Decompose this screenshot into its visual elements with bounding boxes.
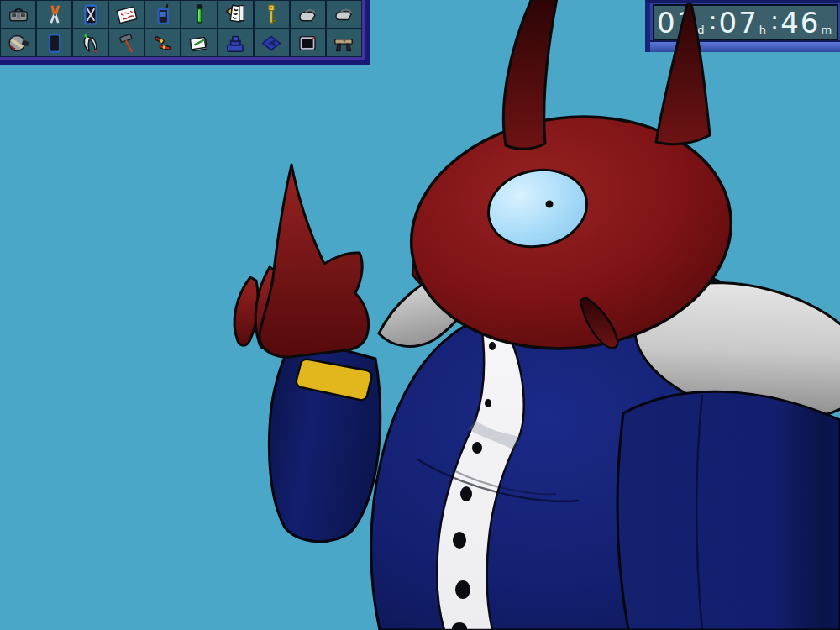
timer-bezel bbox=[650, 40, 840, 52]
bug-character bbox=[0, 0, 840, 630]
head bbox=[398, 99, 745, 367]
toolbar-slot-walkie-talkie[interactable] bbox=[144, 0, 181, 29]
left-tusk bbox=[412, 265, 438, 297]
left-horn bbox=[503, 0, 557, 149]
walkie-talkie-icon bbox=[148, 3, 178, 27]
green-vial-icon bbox=[184, 3, 214, 27]
notepad-pen-icon bbox=[184, 31, 214, 55]
toolbar-slot-tape-dispenser[interactable] bbox=[290, 0, 326, 29]
toolbar-slot-flare-sticks[interactable] bbox=[144, 29, 181, 57]
toolbar-slot-strapped-pouch[interactable] bbox=[72, 0, 108, 29]
hammer-icon bbox=[112, 31, 142, 55]
claw-finger-outer bbox=[234, 277, 258, 345]
stacked-boxes-icon bbox=[220, 31, 250, 55]
scribbled-papers-icon bbox=[220, 3, 250, 27]
pliers-icon bbox=[39, 3, 70, 27]
toolbar-slot-formula-note[interactable] bbox=[108, 0, 144, 29]
inventory-grid bbox=[0, 0, 362, 57]
placket-button bbox=[460, 486, 472, 501]
tape-dispenser-2-icon bbox=[328, 3, 359, 27]
placket-button bbox=[453, 532, 466, 549]
placket-button bbox=[485, 399, 491, 407]
timer-hours-unit: h bbox=[759, 24, 766, 36]
coat-right-arm bbox=[617, 391, 840, 630]
tablet-icon bbox=[292, 31, 323, 55]
placket-button bbox=[489, 342, 496, 350]
cuff-band bbox=[297, 360, 372, 401]
toolbar-slot-tape-dispenser-2[interactable] bbox=[326, 0, 362, 29]
toolbar-slot-curved-horns[interactable] bbox=[72, 29, 108, 57]
toolbar-slot-bandaged-wheel[interactable] bbox=[0, 29, 36, 57]
toolbar-slot-workbench[interactable] bbox=[326, 29, 362, 57]
eye bbox=[481, 161, 594, 256]
toolbar-slot-stacked-boxes[interactable] bbox=[218, 29, 254, 57]
toolbar-slot-green-vial[interactable] bbox=[181, 0, 217, 29]
toolbar-slot-pliers[interactable] bbox=[36, 0, 72, 29]
timer-separator: : bbox=[708, 6, 717, 35]
timer-screen: 01 d : 07 h : 46 m bbox=[653, 4, 838, 40]
game-screen: 01 d : 07 h : 46 m bbox=[0, 0, 840, 630]
tape-dispenser-icon bbox=[292, 3, 323, 27]
placket-button bbox=[452, 622, 467, 630]
strapped-pouch-icon bbox=[76, 3, 106, 27]
toolbar-slot-phone-pouch[interactable] bbox=[36, 29, 72, 57]
key-icon bbox=[256, 3, 286, 27]
shoulder-plate bbox=[621, 260, 840, 442]
timer-days: 01 bbox=[657, 8, 696, 37]
coat-left-sleeve bbox=[269, 337, 380, 542]
timer-minutes: 46 bbox=[780, 8, 820, 37]
pupil bbox=[546, 201, 554, 208]
collar-plate bbox=[379, 267, 486, 346]
inventory-toolbar bbox=[0, 0, 370, 65]
toolbar-slot-hammer[interactable] bbox=[108, 29, 144, 57]
pointing-hand bbox=[260, 165, 369, 357]
gem-icon bbox=[256, 31, 286, 55]
placket-buttons bbox=[452, 342, 496, 630]
flare-sticks-icon bbox=[148, 31, 178, 55]
coat-torso bbox=[371, 277, 835, 630]
formula-note-icon bbox=[112, 3, 142, 27]
coat-placket bbox=[437, 324, 524, 630]
timer-minutes-unit: m bbox=[821, 24, 832, 36]
timer-days-unit: d bbox=[697, 24, 704, 36]
phone-pouch-icon bbox=[39, 31, 70, 55]
workbench-icon bbox=[328, 31, 359, 55]
toolbar-slot-scribbled-papers[interactable] bbox=[218, 0, 254, 29]
placket-button bbox=[472, 442, 482, 454]
inventory-toolbar-frame bbox=[0, 0, 365, 60]
timer-panel: 01 d : 07 h : 46 m bbox=[645, 0, 840, 52]
radio-icon bbox=[3, 3, 34, 27]
placket-button bbox=[455, 580, 470, 599]
curved-horns-icon bbox=[76, 31, 106, 55]
toolbar-slot-key[interactable] bbox=[254, 0, 290, 29]
toolbar-slot-notepad-pen[interactable] bbox=[181, 29, 217, 57]
toolbar-slot-gem[interactable] bbox=[254, 29, 290, 57]
toolbar-slot-tablet[interactable] bbox=[290, 29, 326, 57]
chin-tusk bbox=[580, 297, 617, 348]
timer-separator-2: : bbox=[770, 6, 779, 35]
toolbar-slot-radio[interactable] bbox=[0, 0, 36, 29]
bandaged-wheel-icon bbox=[3, 31, 34, 55]
claw-finger-inner bbox=[255, 267, 278, 349]
timer-hours: 07 bbox=[719, 8, 759, 37]
